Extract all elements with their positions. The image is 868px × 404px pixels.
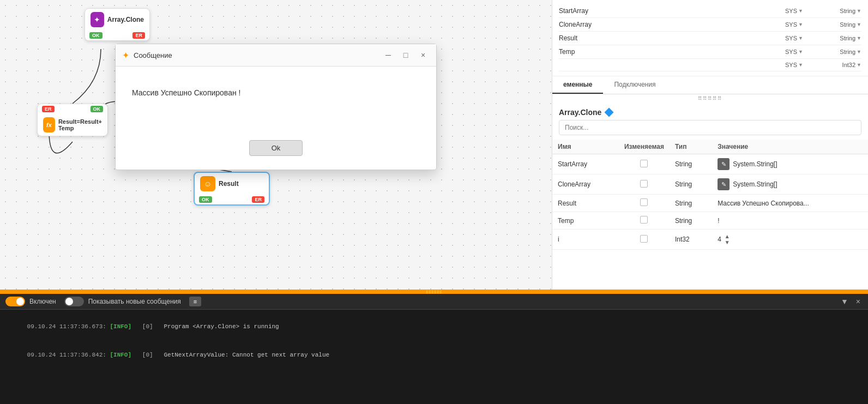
prop-sys-0: SYS ▼	[785, 8, 818, 14]
message-modal: ✦ Сообщение ─ □ × Массив Успешно Скопиро…	[115, 44, 437, 170]
col-value: Значение	[712, 140, 868, 154]
table-header-row: Имя Изменяемая Тип Значение	[552, 140, 868, 154]
edit-startarray-button[interactable]: ✎	[718, 158, 730, 170]
var-name-i: i	[552, 230, 619, 250]
prop-type-2: String ▼	[818, 35, 861, 41]
col-name: Имя	[552, 140, 619, 154]
prop-name-1: CloneArray	[559, 21, 785, 28]
prop-type-0: String ▼	[818, 8, 861, 14]
var-name-temp: Temp	[552, 212, 619, 230]
modal-close-button[interactable]: ×	[417, 49, 430, 62]
log-level-1: [INFO]	[110, 352, 131, 358]
log-line-1: 09.10.24 11:37:36.842: [INFO] [0] GetNex…	[5, 342, 863, 369]
toggle-enabled-switch[interactable]	[5, 297, 25, 306]
var-value-result: Массив Успешно Скопирова...	[712, 195, 868, 212]
main-area: ✦ Array.Clone OK ER ER OK fx Result=Resu…	[0, 0, 868, 290]
switch-knob	[16, 298, 24, 305]
up-arrow-i[interactable]: ▲▼	[725, 233, 730, 245]
modal-titlebar: ✦ Сообщение ─ □ ×	[116, 44, 436, 67]
component-name: Array.Clone	[559, 108, 601, 117]
var-type-i: Int32	[670, 230, 712, 250]
tab-variables[interactable]: еменные	[552, 76, 603, 94]
prop-sys-4: SYS ▼	[785, 62, 818, 68]
prop-type-4: Int32 ▼	[818, 62, 861, 68]
log-timestamp-1: 09.10.24 11:37:36.842:	[27, 352, 110, 358]
modal-icon: ✦	[122, 50, 129, 61]
table-row: StartArray String ✎ System.String[]	[552, 154, 868, 174]
var-name-clonearray: CloneArray	[552, 174, 619, 195]
log-close-button[interactable]: ×	[854, 296, 863, 307]
var-value-startarray: ✎ System.String[]	[712, 154, 868, 174]
tab-connections[interactable]: Подключения	[603, 76, 666, 94]
top-prop-row-0: StartArray SYS ▼ String ▼	[559, 4, 861, 18]
var-value-i: 4 ▲▼	[712, 230, 868, 250]
log-timestamp-0: 09.10.24 11:37:36.673:	[27, 323, 110, 330]
edit-clonearray-button[interactable]: ✎	[718, 178, 730, 190]
toggle-enabled: Включен	[5, 297, 56, 306]
var-mutable-temp[interactable]	[619, 212, 670, 230]
log-text-1: GetNextArrayValue: Cannot get next array…	[153, 352, 329, 358]
col-type: Тип	[670, 140, 712, 154]
var-mutable-clonearray[interactable]	[619, 174, 670, 195]
search-input[interactable]	[559, 120, 861, 135]
canvas-area[interactable]: ✦ Array.Clone OK ER ER OK fx Result=Resu…	[0, 0, 552, 290]
log-lines-icon: ≡	[194, 298, 197, 305]
toggle-messages: Показывать новые сообщения	[64, 297, 181, 306]
prop-sys-3: SYS ▼	[785, 49, 818, 55]
modal-title-left: ✦ Сообщение	[122, 50, 172, 61]
prop-type-3: String ▼	[818, 49, 861, 55]
variables-table: Имя Изменяемая Тип Значение StartArray S…	[552, 140, 868, 250]
toggle-enabled-label: Включен	[29, 298, 56, 305]
var-value-temp: !	[712, 212, 868, 230]
var-type-clonearray: String	[670, 174, 712, 195]
modal-maximize-button[interactable]: □	[399, 49, 412, 62]
log-text-0: Program <Array.Clone> is running	[153, 323, 279, 330]
modal-minimize-button[interactable]: ─	[382, 49, 395, 62]
log-down-button[interactable]: ▼	[839, 296, 851, 307]
modal-body: Массив Успешно Скопирован !	[116, 67, 436, 132]
var-name-startarray: StartArray	[552, 154, 619, 174]
switch-messages-knob	[65, 298, 73, 305]
var-mutable-result[interactable]	[619, 195, 670, 212]
table-row: Temp String !	[552, 212, 868, 230]
var-mutable-startarray[interactable]	[619, 154, 670, 174]
resize-handle[interactable]: ⠿⠿⠿⠿⠿	[552, 94, 868, 102]
prop-sys-1: SYS ▼	[785, 21, 818, 28]
component-title: Array.Clone	[552, 102, 868, 120]
prop-name-2: Result	[559, 34, 785, 42]
log-messages-button[interactable]: ≡	[189, 297, 201, 306]
log-line-0: 09.10.24 11:37:36.673: [INFO] [0] Progra…	[5, 313, 863, 340]
top-prop-row-3: Temp SYS ▼ String ▼	[559, 45, 861, 59]
right-panel: StartArray SYS ▼ String ▼ CloneArray SYS…	[552, 0, 868, 290]
log-panel: ⠿⠿⠿⠿⠿⠿ Включен Показывать новые сообщени…	[0, 290, 868, 404]
variables-table-container: Имя Изменяемая Тип Значение StartArray S…	[552, 140, 868, 290]
log-bracket-1: [0]	[131, 352, 153, 358]
top-prop-row-2: Result SYS ▼ String ▼	[559, 32, 861, 45]
toggle-messages-label: Показывать новые сообщения	[88, 298, 181, 305]
toggle-messages-switch[interactable]	[64, 297, 84, 306]
var-type-result: String	[670, 195, 712, 212]
tabs-row: еменные Подключения	[552, 76, 868, 94]
prop-type-1: String ▼	[818, 21, 861, 28]
log-bracket-0: [0]	[131, 323, 153, 330]
modal-controls: ─ □ ×	[382, 49, 430, 62]
modal-ok-button[interactable]: Ok	[249, 140, 303, 156]
value-startarray: System.String[]	[733, 160, 777, 168]
modal-footer: Ok	[116, 132, 436, 170]
log-controls-right: ▼ ×	[839, 296, 863, 307]
prop-name-3: Temp	[559, 48, 785, 56]
var-value-clonearray: ✎ System.String[]	[712, 174, 868, 195]
table-row: i Int32 4 ▲▼	[552, 230, 868, 250]
log-toolbar: Включен Показывать новые сообщения ≡ ▼ ×	[0, 294, 868, 310]
var-type-temp: String	[670, 212, 712, 230]
top-prop-row-4: SYS ▼ Int32 ▼	[559, 59, 861, 71]
search-box	[559, 120, 861, 135]
var-mutable-i[interactable]	[619, 230, 670, 250]
modal-message: Массив Успешно Скопирован !	[132, 88, 240, 97]
log-level-0: [INFO]	[110, 323, 131, 330]
col-mutable: Изменяемая	[619, 140, 670, 154]
table-row: Result String Массив Успешно Скопирова..…	[552, 195, 868, 212]
modal-title: Сообщение	[134, 51, 172, 59]
log-resize-handle[interactable]: ⠿⠿⠿⠿⠿⠿	[0, 290, 868, 294]
table-row: CloneArray String ✎ System.String[]	[552, 174, 868, 195]
